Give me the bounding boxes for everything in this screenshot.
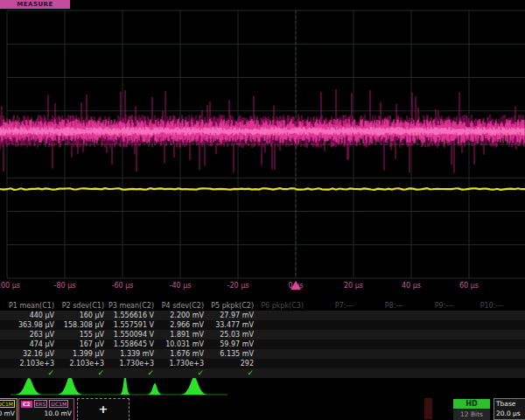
measure-value-cell: 1.556616 V [107,311,157,320]
measure-min-cell: 1.550094 V [107,330,157,340]
measure-min-cell [256,330,306,340]
time-axis-label: 60 µs [459,282,479,290]
measure-max-cell: 167 µV [57,340,107,349]
measure-min-cell [356,330,406,340]
measure-mean-cell: 158.308 µV [57,320,107,330]
measure-sdev-cell: 1.399 µV [57,349,107,359]
channel-c1-descriptor[interactable]: DC1M 10.0 mV [0,398,18,420]
param-header-3[interactable]: P3 mean(C2) [107,301,157,311]
c2-eres-tag: ERS [34,400,48,408]
measure-value-cell [456,311,506,320]
measure-mean-cell [306,320,356,330]
time-axis-label: 20 µs [344,282,363,290]
measure-max-cell [306,340,356,349]
measure-table-row: 32.16 µV1.399 µV1.339 mV1.676 mV6.135 mV [0,349,525,359]
hd-mode-badge[interactable]: HD [453,399,490,409]
c2-channel-badge: C2 [21,401,32,408]
measure-max-cell [356,340,406,349]
param-header-1[interactable]: P1 mean(C1) [7,301,57,311]
measure-num-cell: 1.730e+3 [107,359,157,368]
measure-status-cell [306,368,356,378]
measure-max-cell [456,340,506,349]
measure-sdev-cell [356,349,406,359]
measure-value-cell: 27.97 mV [206,311,256,320]
c1-coupling-tag: DC1M [0,400,15,408]
measure-table-row: 363.98 µV158.308 µV1.557591 V2.966 mV33.… [0,320,525,330]
c1-scale-value: 10.0 mV [0,410,15,417]
measure-value-cell: 160 µV [57,311,107,320]
param-header-8[interactable]: P8:--- [356,301,406,311]
measure-value-cell: 2.200 mV [157,311,206,320]
c2-coupling-tag: DC1M [49,400,68,408]
measure-status-cell: ✓ [57,368,107,378]
time-axis-label: -20 µs [228,282,249,290]
measure-num-cell [456,359,506,368]
timebase-descriptor[interactable]: Tbase 20.0 µs [494,398,525,420]
measure-min-cell: 1.891 mV [157,330,206,340]
measure-status-cell: ✓ [107,368,157,378]
measure-sdev-cell: 1.676 mV [157,349,206,359]
measure-mean-cell: 2.966 mV [157,320,206,330]
measurement-histicon [57,376,83,395]
measure-num-cell [406,359,456,368]
measure-min-cell [456,330,506,340]
measure-value-cell [406,311,456,320]
param-header-6[interactable]: P6 pkpk(C3) [256,301,306,311]
measure-status-cell: ✓ [157,368,206,378]
measure-num-cell [356,359,406,368]
measure-table-row: 474 µV167 µV1.558645 V10.031 mV59.97 mV [0,340,525,349]
measurement-histicon [147,383,163,395]
measure-mean-cell [256,320,306,330]
descriptor-bar: DC1M 10.0 mV C2 ERS DC1M 10.0 mV + HD 12… [0,398,525,420]
measure-mean-cell: 363.98 µV [7,320,57,330]
measure-status-cell [256,368,306,378]
param-header-5[interactable]: P5 pkpk(C2) [206,301,256,311]
measure-min-cell: 25.03 mV [206,330,256,340]
measure-max-cell [406,340,456,349]
measure-sdev-cell [406,349,456,359]
time-axis-label: -40 µs [170,282,192,290]
oscilloscope-screen: MEASURE -100 µs-80 µs-60 µs-40 µs-20 µs0… [0,0,525,420]
measure-sdev-cell: 32.16 µV [7,349,57,359]
time-axis-label: -100 µs [0,282,20,290]
measure-min-cell: 155 µV [57,330,107,340]
measure-min-cell [406,330,456,340]
measure-mean-cell [406,320,456,330]
measurement-histicon [180,377,208,395]
measure-table-row: 2.103e+32.103e+31.730e+31.730e+3292 [0,359,525,368]
measure-status-cell: ✓ [7,368,57,378]
measure-table-row: 440 µV160 µV1.556616 V2.200 mV27.97 mV [0,311,525,320]
timebase-label: Tbase [496,400,525,408]
measure-status-cell [406,368,456,378]
measure-sdev-cell [256,349,306,359]
param-header-7[interactable]: P7:--- [306,301,356,311]
param-header-9[interactable]: P9:--- [406,301,456,311]
param-header-4[interactable]: P4 sdev(C2) [157,301,206,311]
measure-num-cell: 2.103e+3 [7,359,57,368]
param-header-10[interactable]: P10:--- [456,301,506,311]
param-header-2[interactable]: P2 sdev(C1) [57,301,107,311]
measure-num-cell [256,359,306,368]
measure-value-cell: 440 µV [7,311,57,320]
measure-sdev-cell [306,349,356,359]
measure-mean-cell [356,320,406,330]
channel-c2-descriptor[interactable]: C2 ERS DC1M 10.0 mV [18,398,74,420]
measure-min-cell [306,330,356,340]
measurement-histicon [15,378,43,395]
adc-bits-label: 12 Bits [453,410,490,420]
trigger-descriptor-edge[interactable] [424,398,432,419]
c2-scale-value: 10.0 mV [21,410,72,417]
measure-max-cell: 474 µV [7,340,57,349]
measurement-table: P1 mean(C1)P2 sdev(C1)P3 mean(C2)P4 sdev… [0,301,525,378]
measure-value-cell [306,311,356,320]
measure-num-cell: 1.730e+3 [157,359,206,368]
measure-mean-cell [456,320,506,330]
time-axis-label: -60 µs [112,282,134,290]
add-trace-button[interactable]: + [77,398,130,420]
measure-num-cell [306,359,356,368]
measure-sdev-cell: 6.135 mV [206,349,256,359]
measure-status-cell: ✓ [206,368,256,378]
measure-value-cell [356,311,406,320]
time-axis: -100 µs-80 µs-60 µs-40 µs-20 µs0 µs20 µs… [0,282,525,292]
measure-sdev-cell [456,349,506,359]
